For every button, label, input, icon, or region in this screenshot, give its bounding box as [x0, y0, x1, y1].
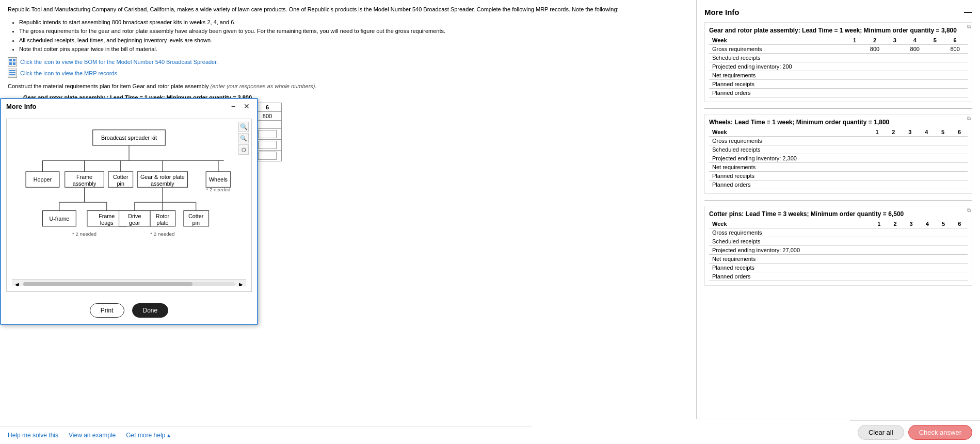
- wheels-col-3: 3: [902, 128, 918, 137]
- cotter-cell-r2-c4: [935, 246, 951, 255]
- modal-bom-minimize[interactable]: −: [229, 102, 237, 110]
- wheels-table: Week123456Gross requirementsScheduled re…: [709, 128, 968, 189]
- mrp-input-r2-c5[interactable]: [258, 130, 277, 138]
- right-panel: More Info — ⧉Gear and rotor plate assemb…: [696, 0, 980, 444]
- wheels-cell-r4-c5: [951, 172, 968, 180]
- cotter-col-4: 4: [919, 220, 935, 228]
- wheels-cell-r4-c4: [935, 172, 951, 180]
- gear-cell-r1-c3: [902, 54, 927, 62]
- gear-cell-r0-c0: [847, 45, 862, 54]
- mrp-icon[interactable]: [8, 69, 17, 78]
- mrp-input-r4-c5[interactable]: [258, 152, 277, 160]
- svg-text:gear: gear: [129, 220, 140, 226]
- right-panel-minimize[interactable]: —: [964, 8, 972, 17]
- mrp-icon-row[interactable]: Click the icon to view the MRP records.: [8, 69, 688, 78]
- svg-rect-2: [9, 62, 12, 65]
- cotter-cell-r0-c1: [887, 228, 903, 237]
- scroll-left-arrow[interactable]: ◀: [13, 281, 21, 286]
- cotter-row-5-label: Planned orders: [709, 272, 871, 281]
- gear-cell-r3-c0: [847, 71, 862, 80]
- svg-rect-4: [9, 70, 15, 71]
- svg-text:* 2 needed: * 2 needed: [150, 231, 174, 237]
- wheels-col-2: 2: [885, 128, 902, 137]
- cotter-corner-icon[interactable]: ⧉: [967, 207, 971, 213]
- modal-bom-footer: Print Done: [1, 297, 257, 324]
- info-block-wheels: ⧉Wheels: Lead Time = 1 week; Minimum ord…: [704, 114, 972, 194]
- check-answer-button[interactable]: Check answer: [908, 425, 972, 440]
- cotter-cell-r5-c4: [935, 272, 951, 281]
- wheels-col-6: 6: [951, 128, 968, 137]
- wheels-cell-r2-c1: [885, 154, 902, 163]
- modal-bom-close[interactable]: ✕: [242, 102, 252, 110]
- svg-text:Gear & rotor plate: Gear & rotor plate: [140, 174, 185, 180]
- mrp-link-text: Click the icon to view the MRP records.: [20, 70, 119, 76]
- cotter-row-4-label: Planned receipts: [709, 264, 871, 272]
- wheels-col-1: 1: [869, 128, 886, 137]
- gear-col-2: 2: [862, 36, 888, 45]
- modal-bom-done-button[interactable]: Done: [132, 303, 169, 318]
- cotter-cell-r3-c1: [887, 255, 903, 264]
- action-bar: Clear all Check answer: [850, 420, 980, 444]
- wheels-cell-r2-c0: [869, 154, 886, 163]
- wheels-cell-r5-c0: [869, 180, 886, 189]
- gear-cell-r4-c1: [862, 80, 888, 89]
- clear-all-button[interactable]: Clear all: [858, 425, 904, 440]
- gear-row-1-label: Scheduled receipts: [709, 54, 847, 62]
- bom-icon-row[interactable]: Click the icon to view the BOM for the M…: [8, 57, 688, 67]
- gear-row-0-label: Gross requirements: [709, 45, 847, 54]
- wheels-cell-r0-c3: [918, 137, 935, 145]
- gear-col-1: 1: [847, 36, 862, 45]
- more-help-link[interactable]: Get more help ▴: [126, 432, 170, 439]
- bottom-links: Help me solve this View an example Get m…: [0, 426, 532, 444]
- cotter-row-3-label: Net requirements: [709, 255, 871, 264]
- cotter-cell-r5-c2: [903, 272, 919, 281]
- gear-cell-r1-c2: [887, 54, 902, 62]
- wheels-cell-r3-c2: [902, 163, 918, 172]
- gear-cell-r3-c3: [902, 71, 927, 80]
- zoom-out-btn[interactable]: 🔍: [238, 133, 249, 143]
- bom-icon[interactable]: [8, 57, 17, 67]
- gear-col-3: 3: [887, 36, 902, 45]
- zoom-in-btn[interactable]: 🔍: [238, 122, 249, 132]
- gear-cell-r2-c5: [942, 62, 968, 71]
- svg-text:Cotter: Cotter: [113, 174, 128, 180]
- modal-bom-print-button[interactable]: Print: [90, 303, 124, 318]
- bullet-1: Republic intends to start assembling 800…: [19, 18, 688, 27]
- cotter-cell-r3-c5: [952, 255, 968, 264]
- wheels-cell-r1-c2: [902, 145, 918, 154]
- cotter-cell-r0-c5: [952, 228, 968, 237]
- wheels-cell-r5-c4: [935, 180, 951, 189]
- left-panel: Republic Tool and Manufacturing Company …: [0, 0, 696, 444]
- wheels-col-label: Week: [709, 128, 869, 137]
- scroll-right-arrow[interactable]: ▶: [237, 281, 245, 286]
- gear-cell-r3-c4: [927, 71, 942, 80]
- wheels-col-4: 4: [918, 128, 935, 137]
- info-block-cotter: ⧉Cotter pins: Lead Time = 3 weeks; Minim…: [704, 206, 972, 286]
- zoom-external-btn[interactable]: ⬡: [238, 144, 249, 155]
- bom-scrollbar[interactable]: ◀ ▶: [12, 279, 246, 286]
- scroll-thumb[interactable]: [23, 282, 192, 286]
- zoom-controls[interactable]: 🔍 🔍 ⬡: [238, 122, 249, 155]
- cotter-cell-r2-c5: [952, 246, 968, 255]
- cotter-cell-r0-c4: [935, 228, 951, 237]
- mrp-input-r3-c5[interactable]: [258, 141, 277, 149]
- cotter-cell-r0-c3: [919, 228, 935, 237]
- scroll-track[interactable]: [23, 282, 235, 286]
- help-link[interactable]: Help me solve this: [8, 432, 58, 439]
- gear-cell-r2-c2: [887, 62, 902, 71]
- modal-bom-controls[interactable]: − ✕: [229, 102, 252, 110]
- bullet-2: The gross requirements for the gear and …: [19, 27, 688, 36]
- cotter-cell-r5-c3: [919, 272, 935, 281]
- svg-text:plate: plate: [156, 220, 168, 226]
- wheels-corner-icon[interactable]: ⧉: [967, 116, 971, 122]
- gear-corner-icon[interactable]: ⧉: [967, 24, 971, 30]
- cotter-row-0-label: Gross requirements: [709, 228, 871, 237]
- bullet-3: All scheduled receipts, lead times, and …: [19, 36, 688, 45]
- example-link[interactable]: View an example: [69, 432, 116, 439]
- modal-bom-header: More Info − ✕: [1, 99, 257, 113]
- gear-cell-r4-c0: [847, 80, 862, 89]
- wheels-cell-r0-c5: [951, 137, 968, 145]
- svg-text:leags: leags: [100, 220, 114, 226]
- wheels-cell-r3-c3: [918, 163, 935, 172]
- cotter-col-1: 1: [871, 220, 887, 228]
